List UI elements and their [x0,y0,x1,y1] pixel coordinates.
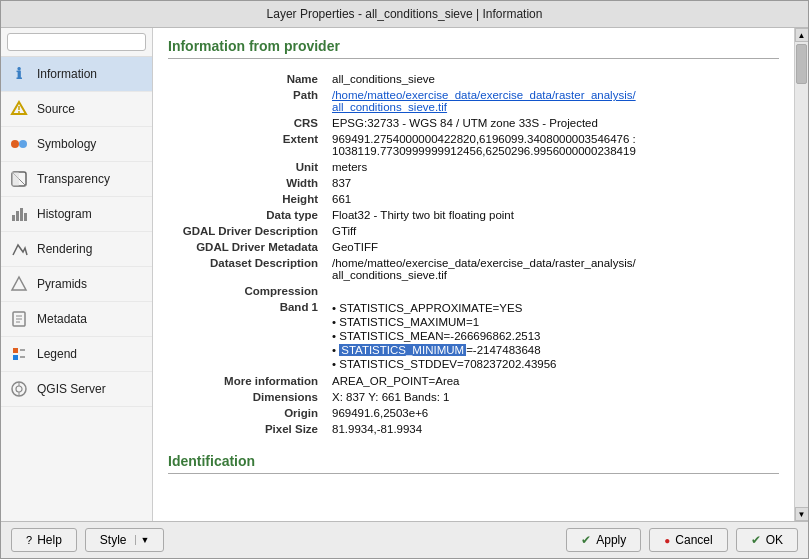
ok-label: OK [766,533,783,547]
field-value: Float32 - Thirty two bit floating point [328,207,779,223]
ok-checkmark-icon: ✔ [751,533,761,547]
transparency-icon [9,169,29,189]
field-label: Width [168,175,328,191]
table-row: Origin 969491.6,2503e+6 [168,405,779,421]
list-item: STATISTICS_MAXIMUM=1 [332,315,775,329]
field-label: Compression [168,283,328,299]
vertical-scrollbar[interactable]: ▲ ▼ [794,28,808,521]
field-value: GeoTIFF [328,239,779,255]
sidebar-item-label: QGIS Server [37,382,106,396]
metadata-icon [9,309,29,329]
titlebar: Layer Properties - all_conditions_sieve … [1,1,808,28]
sidebar-item-label: Symbology [37,137,96,151]
field-label: Dimensions [168,389,328,405]
apply-checkmark-icon: ✔ [581,533,591,547]
sidebar-item-qgis-server[interactable]: QGIS Server [1,372,152,407]
style-label: Style [100,533,127,547]
sidebar-item-pyramids[interactable]: Pyramids [1,267,152,302]
style-button[interactable]: Style ▼ [85,528,165,552]
sidebar-item-transparency[interactable]: Transparency [1,162,152,197]
sidebar-item-label: Metadata [37,312,87,326]
field-value: 661 [328,191,779,207]
apply-label: Apply [596,533,626,547]
ok-button[interactable]: ✔ OK [736,528,798,552]
style-dropdown-arrow[interactable]: ▼ [135,535,150,545]
field-label: Name [168,71,328,87]
information-icon: ℹ [9,64,29,84]
help-button[interactable]: ? Help [11,528,77,552]
symbology-icon [9,134,29,154]
svg-point-4 [19,140,27,148]
field-label: Data type [168,207,328,223]
list-item: STATISTICS_MINIMUM=-2147483648 [332,343,775,357]
table-row: Path /home/matteo/exercise_data/exercise… [168,87,779,115]
cancel-icon: ● [664,535,670,546]
help-label: Help [37,533,62,547]
svg-marker-12 [12,277,26,290]
field-value: STATISTICS_APPROXIMATE=YES STATISTICS_MA… [328,299,779,373]
sidebar-item-legend[interactable]: Legend [1,337,152,372]
rendering-icon [9,239,29,259]
sidebar-item-label: Rendering [37,242,92,256]
source-icon [9,99,29,119]
window-title: Layer Properties - all_conditions_sieve … [267,7,543,21]
field-value: meters [328,159,779,175]
field-value: all_conditions_sieve [328,71,779,87]
scroll-up-arrow[interactable]: ▲ [795,28,809,42]
field-label: GDAL Driver Description [168,223,328,239]
sidebar-item-label: Transparency [37,172,110,186]
table-row: Pixel Size 81.9934,-81.9934 [168,421,779,437]
content-area: ℹ Information Source Symbology [1,28,808,521]
list-item: STATISTICS_STDDEV=708237202.43956 [332,357,775,371]
scroll-thumb[interactable] [796,44,807,84]
table-row: More information AREA_OR_POINT=Area [168,373,779,389]
svg-rect-8 [12,215,15,221]
sidebar-items: ℹ Information Source Symbology [1,57,152,521]
pyramids-icon [9,274,29,294]
table-row: Name all_conditions_sieve [168,71,779,87]
main-window: Layer Properties - all_conditions_sieve … [0,0,809,559]
sidebar-item-information[interactable]: ℹ Information [1,57,152,92]
table-row: Dimensions X: 837 Y: 661 Bands: 1 [168,389,779,405]
table-row: GDAL Driver Description GTiff [168,223,779,239]
svg-rect-9 [16,211,19,221]
main-scroll: Information from provider Name all_condi… [153,28,794,521]
main-panel: Information from provider Name all_condi… [153,28,794,521]
path-link[interactable]: /home/matteo/exercise_data/exercise_data… [332,89,636,113]
table-row: Unit meters [168,159,779,175]
sidebar-item-source[interactable]: Source [1,92,152,127]
table-row: Dataset Description /home/matteo/exercis… [168,255,779,283]
field-label: Band 1 [168,299,328,373]
svg-rect-17 [13,348,18,353]
table-row: Extent 969491.2754000000422820,6196099.3… [168,131,779,159]
field-label: More information [168,373,328,389]
svg-rect-7 [12,172,19,186]
scroll-track[interactable] [795,42,808,507]
sidebar-item-rendering[interactable]: Rendering [1,232,152,267]
field-value: GTiff [328,223,779,239]
table-row: Band 1 STATISTICS_APPROXIMATE=YES STATIS… [168,299,779,373]
table-row: Compression [168,283,779,299]
apply-button[interactable]: ✔ Apply [566,528,641,552]
identification-header: Identification [168,453,779,474]
field-value: AREA_OR_POINT=Area [328,373,779,389]
cancel-button[interactable]: ● Cancel [649,528,727,552]
table-row: GDAL Driver Metadata GeoTIFF [168,239,779,255]
field-value: 969491.6,2503e+6 [328,405,779,421]
sidebar-item-histogram[interactable]: Histogram [1,197,152,232]
svg-rect-10 [20,208,23,221]
scroll-down-arrow[interactable]: ▼ [795,507,809,521]
sidebar: ℹ Information Source Symbology [1,28,153,521]
list-item: STATISTICS_MEAN=-266696862.2513 [332,329,775,343]
field-label: Unit [168,159,328,175]
search-input[interactable] [7,33,146,51]
field-value: /home/matteo/exercise_data/exercise_data… [328,87,779,115]
field-value: 969491.2754000000422820,6196099.34080000… [328,131,779,159]
sidebar-item-label: Legend [37,347,77,361]
legend-icon [9,344,29,364]
field-value: /home/matteo/exercise_data/exercise_data… [328,255,779,283]
field-label: Origin [168,405,328,421]
sidebar-item-symbology[interactable]: Symbology [1,127,152,162]
sidebar-item-metadata[interactable]: Metadata [1,302,152,337]
section-header: Information from provider [168,38,779,59]
